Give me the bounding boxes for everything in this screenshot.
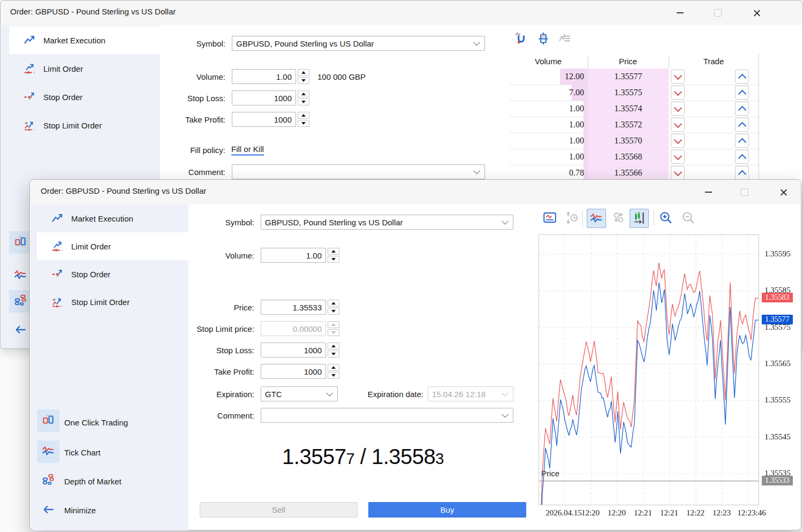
depth-of-market-label[interactable]: Depth of Market xyxy=(64,477,122,486)
price-step-up[interactable] xyxy=(328,300,339,307)
stop-loss-step-down[interactable] xyxy=(328,351,339,358)
minimize-window-button[interactable] xyxy=(700,184,716,200)
stop-loss-step-down[interactable] xyxy=(298,98,309,105)
take-profit-step-down[interactable] xyxy=(298,120,309,127)
dom-price[interactable]: 1.35568 xyxy=(588,149,669,165)
dom-volume: 1.00 xyxy=(509,133,584,149)
sell-at-level-button[interactable] xyxy=(671,118,685,132)
one-click-trading-toggle[interactable] xyxy=(37,409,59,432)
buy-at-level-button[interactable] xyxy=(735,118,749,132)
symbol-select[interactable]: GBPUSD, Pound Sterling vs US Dollar xyxy=(261,215,513,230)
volume-input[interactable]: 1.00 xyxy=(232,69,296,84)
stop-loss-step-up[interactable] xyxy=(298,90,309,97)
sidebar-item-stop-limit-order[interactable]: Stop Limit Order xyxy=(9,111,160,139)
take-profit-stepper xyxy=(328,364,339,379)
volume-input[interactable]: 1.00 xyxy=(261,248,326,263)
tick-chart-toggle[interactable] xyxy=(37,440,59,463)
minimize-panel-button[interactable] xyxy=(40,503,56,519)
take-profit-input[interactable]: 1000 xyxy=(261,364,326,379)
symbol-select[interactable]: GBPUSD, Pound Sterling vs US Dollar xyxy=(232,36,485,51)
take-profit-input[interactable]: 1000 xyxy=(232,112,296,127)
dom-col-price: Price xyxy=(619,57,637,66)
buy-at-level-button[interactable] xyxy=(735,150,749,164)
dom-price[interactable]: 1.35574 xyxy=(588,101,669,117)
candle-view-button[interactable] xyxy=(535,31,552,48)
buy-at-level-button[interactable] xyxy=(735,86,749,100)
take-profit-step-up[interactable] xyxy=(298,112,309,119)
comment-label: Comment: xyxy=(147,411,254,420)
depth-of-market-toggle[interactable] xyxy=(9,290,32,313)
buy-at-level-button[interactable] xyxy=(735,70,749,83)
maximize-window-button[interactable] xyxy=(737,184,753,200)
sell-button[interactable]: Sell xyxy=(200,502,358,518)
sidebar-item-market-execution[interactable]: Market Execution xyxy=(9,26,160,54)
close-window-button[interactable] xyxy=(775,184,791,200)
sell-at-level-button[interactable] xyxy=(671,166,685,180)
sell-at-level-button[interactable] xyxy=(671,86,685,100)
sell-at-level-button[interactable] xyxy=(671,134,685,148)
chart-window-button[interactable] xyxy=(541,210,558,227)
take-profit-step-down[interactable] xyxy=(328,372,339,379)
magnet-mode-button[interactable] xyxy=(512,31,529,48)
maximize-window-button[interactable] xyxy=(710,5,726,21)
sell-at-level-button[interactable] xyxy=(671,150,685,164)
dom-price[interactable]: 1.35572 xyxy=(588,117,669,133)
sidebar-item-limit-order[interactable]: Limit Order xyxy=(9,55,160,82)
volume-label: Volume: xyxy=(147,251,254,260)
tick-chart-plot[interactable] xyxy=(539,234,759,505)
depth-of-market-icon xyxy=(41,473,55,489)
one-click-trading-icon xyxy=(41,413,55,429)
comment-input[interactable] xyxy=(261,408,513,423)
stop-loss-step-up[interactable] xyxy=(328,343,339,349)
stop-loss-input[interactable]: 1000 xyxy=(232,90,296,105)
time-scale-button xyxy=(563,210,580,227)
buy-at-level-button[interactable] xyxy=(735,134,749,148)
take-profit-label: Take Profit: xyxy=(145,115,225,124)
sidebar-item-stop-order[interactable]: Stop Order xyxy=(9,83,160,111)
news-list-button[interactable] xyxy=(556,31,573,48)
take-profit-step-up[interactable] xyxy=(328,364,339,371)
volume-step-up[interactable] xyxy=(328,248,339,255)
minimize-panel-label[interactable]: Minimize xyxy=(64,506,96,515)
sell-at-level-button[interactable] xyxy=(671,70,685,83)
tick-chart-label[interactable]: Tick Chart xyxy=(64,448,101,457)
dom-price[interactable]: 1.35570 xyxy=(588,133,669,149)
time-axis-label: 12:20 xyxy=(608,508,626,518)
dom-price[interactable]: 1.35577 xyxy=(588,69,669,85)
minimize-window-button[interactable] xyxy=(672,5,688,21)
one-click-trading-label[interactable]: One Click Trading xyxy=(64,418,128,427)
comment-input[interactable] xyxy=(232,164,485,179)
price-step-down[interactable] xyxy=(328,308,339,315)
sidebar-item-stop-order[interactable]: Stop Order xyxy=(37,260,188,288)
price-label: Price: xyxy=(147,303,254,312)
minimize-panel-button[interactable] xyxy=(12,323,28,339)
tick-chart-icon xyxy=(13,268,27,284)
volume-step-up[interactable] xyxy=(298,69,309,76)
volume-label: Volume: xyxy=(145,72,225,81)
close-icon xyxy=(779,188,787,196)
volume-step-down[interactable] xyxy=(328,256,339,263)
close-window-button[interactable] xyxy=(748,5,764,21)
dom-price[interactable]: 1.35575 xyxy=(588,85,669,101)
volume-stepper xyxy=(328,248,339,263)
tick-chart-mode-button[interactable] xyxy=(587,209,606,228)
price-input[interactable]: 1.35533 xyxy=(261,300,326,315)
dom-price[interactable]: 1.35566 xyxy=(588,165,669,181)
sell-at-level-button[interactable] xyxy=(671,102,685,116)
buy-at-level-button[interactable] xyxy=(735,166,749,180)
tick-chart-toggle[interactable] xyxy=(11,267,29,285)
candles-shift-icon xyxy=(632,211,646,226)
time-axis-label: 12:23:46 xyxy=(737,508,766,518)
stop-loss-input[interactable]: 1000 xyxy=(261,343,326,358)
buy-button[interactable]: Buy xyxy=(368,502,526,518)
depth-of-market-toggle[interactable] xyxy=(40,473,56,489)
zoom-in-button[interactable] xyxy=(657,210,675,227)
fill-policy-link[interactable]: Fill or Kill xyxy=(231,145,264,156)
buy-at-level-button[interactable] xyxy=(735,102,749,116)
one-click-trading-toggle[interactable] xyxy=(9,231,32,254)
shift-end-button[interactable] xyxy=(630,209,649,228)
magnet-icon xyxy=(513,31,528,48)
stop-loss-stepper xyxy=(298,90,309,105)
price-axis-label: 1.35595 xyxy=(764,249,791,259)
volume-step-down[interactable] xyxy=(298,77,309,84)
